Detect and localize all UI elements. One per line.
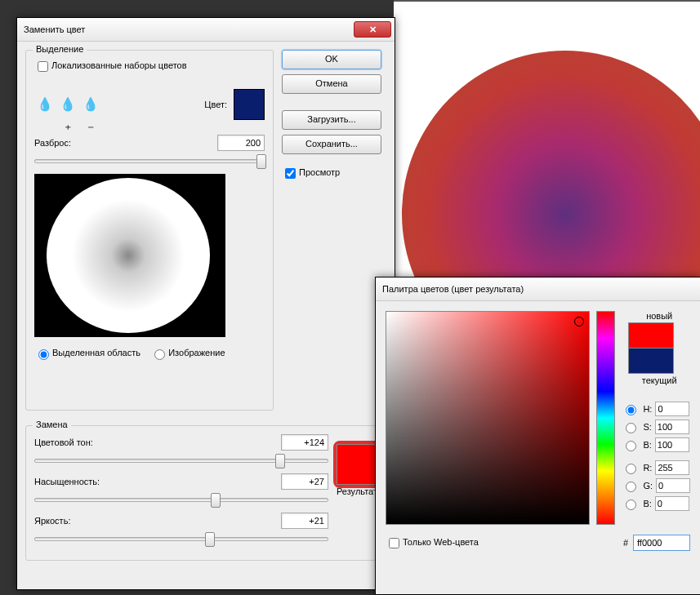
color-field[interactable] bbox=[386, 311, 590, 525]
radio-s[interactable] bbox=[626, 423, 636, 433]
load-button[interactable]: Загрузить... bbox=[282, 110, 381, 130]
cp-title: Палитра цветов (цвет результата) bbox=[382, 284, 697, 294]
input-s[interactable]: 100 bbox=[655, 420, 689, 434]
radio-bb[interactable] bbox=[626, 500, 636, 510]
close-button[interactable]: ✕ bbox=[354, 21, 391, 38]
hex-label: # bbox=[623, 538, 628, 548]
color-field-marker bbox=[574, 317, 584, 326]
input-bb[interactable]: 0 bbox=[655, 496, 689, 511]
radio-selection[interactable]: Выделенная область bbox=[34, 348, 140, 357]
selection-legend: Выделение bbox=[33, 44, 87, 54]
selection-preview bbox=[34, 174, 225, 337]
current-label: текущий bbox=[628, 375, 690, 385]
replace-color-dialog: Заменить цвет ✕ Выделение Локализованные… bbox=[16, 17, 395, 590]
new-label: новый bbox=[628, 311, 690, 321]
fuzziness-input[interactable]: 200 bbox=[217, 135, 265, 151]
light-slider[interactable] bbox=[34, 531, 328, 547]
replace-legend: Замена bbox=[33, 420, 71, 429]
web-only-checkbox[interactable]: Только Web-цвета bbox=[386, 535, 479, 551]
input-h[interactable]: 0 bbox=[655, 402, 689, 416]
light-label: Яркость: bbox=[34, 516, 281, 526]
new-color-swatch[interactable] bbox=[628, 322, 674, 349]
color-label: Цвет: bbox=[204, 100, 227, 109]
radio-r[interactable] bbox=[626, 464, 636, 474]
preview-checkbox[interactable]: Просмотр bbox=[282, 167, 340, 177]
radio-h[interactable] bbox=[626, 405, 636, 415]
input-g[interactable]: 0 bbox=[656, 478, 690, 493]
cancel-button[interactable]: Отмена bbox=[282, 74, 381, 94]
sat-slider[interactable] bbox=[34, 491, 328, 508]
save-button[interactable]: Сохранить... bbox=[282, 135, 381, 154]
eyedropper-icon[interactable]: 💧 bbox=[34, 94, 56, 115]
input-b[interactable]: 100 bbox=[655, 437, 689, 452]
result-color-swatch[interactable] bbox=[333, 441, 381, 488]
hue-strip[interactable] bbox=[596, 311, 615, 525]
hue-slider[interactable] bbox=[34, 452, 328, 468]
hue-input[interactable]: +124 bbox=[281, 434, 328, 451]
replace-fieldset: Замена Цветовой тон: +124 Насыщенность: … bbox=[25, 425, 386, 561]
source-color-swatch[interactable] bbox=[234, 89, 265, 120]
color-picker-dialog: Палитра цветов (цвет результата) новый т… bbox=[375, 277, 700, 595]
hex-input[interactable]: ff0000 bbox=[633, 535, 690, 551]
radio-image[interactable]: Изображение bbox=[150, 348, 225, 357]
titlebar[interactable]: Заменить цвет ✕ bbox=[17, 18, 395, 42]
fuzziness-slider[interactable] bbox=[34, 153, 265, 169]
radio-b[interactable] bbox=[626, 441, 636, 451]
current-color-swatch[interactable] bbox=[628, 348, 674, 374]
localized-sets-checkbox[interactable]: Локализованные наборы цветов bbox=[34, 60, 187, 70]
selection-fieldset: Выделение Локализованные наборы цветов 💧… bbox=[25, 50, 274, 411]
sat-input[interactable]: +27 bbox=[281, 473, 328, 490]
ok-button[interactable]: OK bbox=[282, 50, 381, 69]
dialog-title: Заменить цвет bbox=[24, 24, 354, 34]
fuzziness-label: Разброс: bbox=[34, 138, 217, 148]
eyedropper-sub-icon[interactable]: 💧₋ bbox=[80, 94, 101, 115]
result-label: Результат bbox=[337, 486, 377, 496]
hue-label: Цветовой тон: bbox=[34, 437, 281, 447]
light-input[interactable]: +21 bbox=[281, 513, 328, 529]
radio-g[interactable] bbox=[626, 482, 636, 492]
input-r[interactable]: 255 bbox=[655, 460, 689, 475]
sat-label: Насыщенность: bbox=[34, 477, 281, 486]
eyedropper-add-icon[interactable]: 💧₊ bbox=[57, 94, 78, 115]
cp-titlebar[interactable]: Палитра цветов (цвет результата) bbox=[376, 278, 700, 301]
